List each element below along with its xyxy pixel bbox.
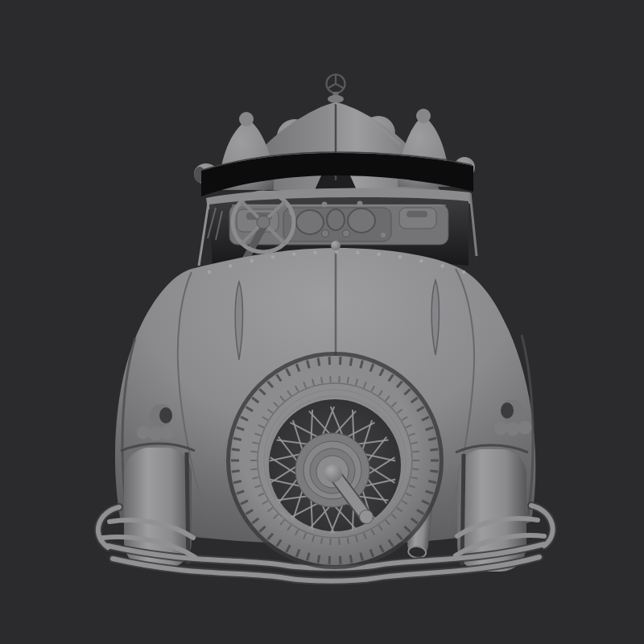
gauge-center	[327, 209, 345, 230]
glovebox-right	[399, 208, 436, 229]
hub-center-ball	[324, 464, 342, 482]
spare-wheel: MICHELIN	[229, 354, 441, 567]
car-render: MICHELIN	[0, 0, 644, 644]
deck-center-knob	[331, 241, 341, 250]
gauge-left	[296, 210, 324, 234]
gauge-right	[348, 208, 375, 233]
render-viewport[interactable]: MICHELIN	[0, 0, 644, 644]
